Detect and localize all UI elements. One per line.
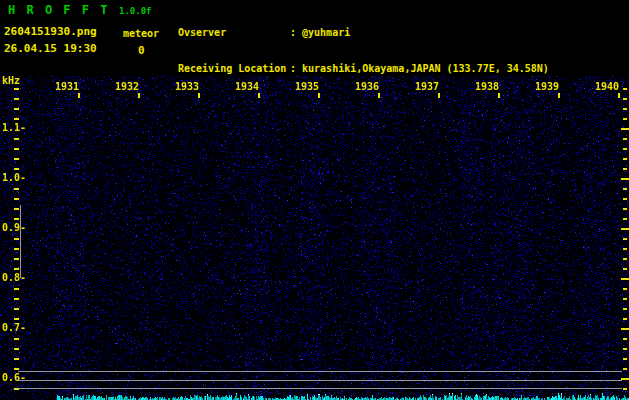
- freq-minor-tick-right: [623, 288, 627, 290]
- time-tick-label: 1939: [533, 81, 559, 92]
- time-tick-label: 1933: [173, 81, 199, 92]
- freq-minor-tick: [14, 108, 19, 110]
- app-version: 1.0.0f: [119, 6, 152, 16]
- y-axis-unit-label: kHz: [2, 75, 20, 86]
- time-tick: [318, 93, 320, 98]
- freq-minor-tick-right: [623, 138, 627, 140]
- freq-major-tick-right: [621, 278, 629, 280]
- time-tick: [78, 93, 80, 98]
- freq-minor-tick-right: [623, 218, 627, 220]
- info-row-location: Receiving Location:kurashiki,Okayama,JAP…: [178, 63, 549, 75]
- time-tick-label: 1937: [413, 81, 439, 92]
- freq-minor-tick: [14, 358, 19, 360]
- freq-tick-label: 1.0-: [2, 172, 32, 183]
- freq-minor-tick: [14, 368, 19, 370]
- freq-major-tick-right: [621, 228, 629, 230]
- freq-minor-tick: [14, 148, 19, 150]
- freq-minor-tick-right: [623, 98, 627, 100]
- time-tick-label: 1931: [53, 81, 79, 92]
- hrofft-screen: H R O F F T 1.0.0f 2604151930.png meteor…: [0, 0, 629, 400]
- freq-minor-tick: [14, 318, 19, 320]
- freq-minor-tick-right: [623, 158, 627, 160]
- freq-minor-tick-right: [623, 338, 627, 340]
- freq-minor-tick: [14, 298, 19, 300]
- meteor-count-label: meteor: [123, 28, 159, 39]
- freq-minor-tick-right: [623, 238, 627, 240]
- time-tick-label: 1936: [353, 81, 379, 92]
- time-tick: [378, 93, 380, 98]
- freq-minor-tick: [14, 88, 19, 90]
- observation-datetime: 26.04.15 19:30: [4, 42, 97, 55]
- freq-minor-tick-right: [623, 298, 627, 300]
- info-value: @yuhmari: [296, 27, 350, 38]
- ref-line: [18, 388, 622, 389]
- freq-tick-label: 0.8-: [2, 272, 32, 283]
- app-title: H R O F F T: [8, 3, 109, 17]
- freq-minor-tick: [14, 288, 19, 290]
- freq-minor-tick-right: [623, 168, 627, 170]
- ref-line: [18, 380, 622, 381]
- freq-minor-tick-right: [623, 88, 627, 90]
- info-label: Ovserver: [178, 27, 290, 39]
- freq-major-tick-right: [621, 178, 629, 180]
- freq-tick-label: 1.1-: [2, 122, 32, 133]
- freq-minor-tick-right: [623, 188, 627, 190]
- freq-minor-tick: [14, 98, 19, 100]
- time-tick: [618, 93, 620, 98]
- time-tick-label: 1932: [113, 81, 139, 92]
- freq-minor-tick: [14, 248, 19, 250]
- output-filename: 2604151930.png: [4, 25, 97, 38]
- meteor-count-value: 0: [138, 44, 145, 57]
- freq-minor-tick-right: [623, 368, 627, 370]
- freq-minor-tick-right: [623, 348, 627, 350]
- time-tick: [198, 93, 200, 98]
- info-row-observer: Ovserver:@yuhmari: [178, 27, 549, 39]
- freq-minor-tick-right: [623, 388, 627, 390]
- freq-minor-tick: [14, 208, 19, 210]
- freq-minor-tick-right: [623, 258, 627, 260]
- freq-minor-tick-right: [623, 108, 627, 110]
- vertical-marker-line: [20, 205, 21, 278]
- freq-tick-label: 0.6-: [2, 372, 32, 383]
- freq-minor-tick: [14, 268, 19, 270]
- freq-minor-tick-right: [623, 358, 627, 360]
- freq-minor-tick-right: [623, 148, 627, 150]
- info-value: kurashiki,Okayama,JAPAN (133.77E, 34.58N…: [296, 63, 549, 74]
- freq-minor-tick-right: [623, 118, 627, 120]
- freq-minor-tick-right: [623, 208, 627, 210]
- freq-minor-tick: [14, 198, 19, 200]
- time-tick-label: 1938: [473, 81, 499, 92]
- info-label: Receiving Location: [178, 63, 290, 75]
- time-tick-label: 1935: [293, 81, 319, 92]
- time-tick: [438, 93, 440, 98]
- freq-major-tick-right: [621, 378, 629, 380]
- time-tick-label: 1940: [593, 81, 619, 92]
- ref-line: [18, 371, 622, 372]
- freq-minor-tick: [14, 188, 19, 190]
- freq-minor-tick: [14, 308, 19, 310]
- time-tick: [498, 93, 500, 98]
- freq-minor-tick-right: [623, 198, 627, 200]
- freq-minor-tick: [14, 218, 19, 220]
- freq-minor-tick: [14, 258, 19, 260]
- freq-major-tick-right: [621, 328, 629, 330]
- time-tick: [138, 93, 140, 98]
- time-tick: [258, 93, 260, 98]
- freq-minor-tick: [14, 118, 19, 120]
- freq-minor-tick: [14, 168, 19, 170]
- freq-tick-label: 0.7-: [2, 322, 32, 333]
- freq-minor-tick-right: [623, 308, 627, 310]
- freq-minor-tick-right: [623, 248, 627, 250]
- time-tick-label: 1934: [233, 81, 259, 92]
- freq-minor-tick: [14, 348, 19, 350]
- freq-minor-tick-right: [623, 268, 627, 270]
- time-tick: [558, 93, 560, 98]
- freq-minor-tick: [14, 338, 19, 340]
- freq-minor-tick: [14, 158, 19, 160]
- freq-major-tick-right: [621, 128, 629, 130]
- spectrogram-canvas: [0, 76, 629, 400]
- freq-minor-tick-right: [623, 318, 627, 320]
- freq-minor-tick: [14, 138, 19, 140]
- freq-tick-label: 0.9-: [2, 222, 32, 233]
- freq-minor-tick: [14, 238, 19, 240]
